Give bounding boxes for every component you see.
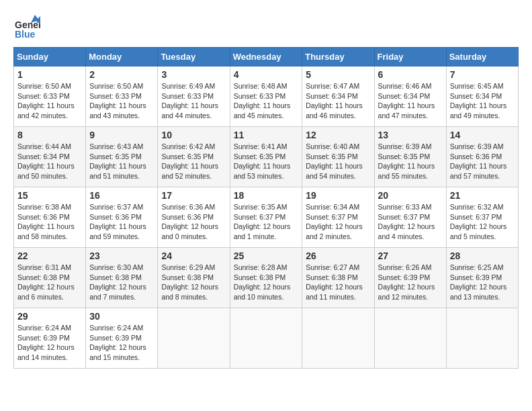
day-detail: Sunrise: 6:36 AMSunset: 6:36 PMDaylight:… [161, 203, 218, 240]
calendar-cell: 27 Sunrise: 6:26 AMSunset: 6:39 PMDaylig… [374, 248, 446, 308]
day-detail: Sunrise: 6:33 AMSunset: 6:37 PMDaylight:… [378, 203, 435, 240]
day-detail: Sunrise: 6:46 AMSunset: 6:34 PMDaylight:… [378, 82, 435, 120]
day-detail: Sunrise: 6:42 AMSunset: 6:35 PMDaylight:… [161, 142, 218, 180]
calendar-cell: 1 Sunrise: 6:50 AMSunset: 6:33 PMDayligh… [14, 66, 86, 127]
calendar-cell: 6 Sunrise: 6:46 AMSunset: 6:34 PMDayligh… [374, 66, 446, 127]
calendar-cell [230, 308, 302, 369]
calendar-cell: 12 Sunrise: 6:40 AMSunset: 6:35 PMDaylig… [302, 127, 374, 187]
day-number: 1 [17, 69, 82, 80]
calendar-cell [446, 308, 518, 369]
weekday-header: Thursday [302, 48, 374, 66]
day-number: 20 [378, 190, 443, 201]
calendar-cell: 5 Sunrise: 6:47 AMSunset: 6:34 PMDayligh… [302, 66, 374, 127]
day-number: 4 [234, 69, 299, 80]
day-number: 29 [17, 311, 82, 322]
calendar-header-row: SundayMondayTuesdayWednesdayThursdayFrid… [14, 48, 519, 66]
day-detail: Sunrise: 6:27 AMSunset: 6:38 PMDaylight:… [306, 263, 363, 301]
calendar-cell: 20 Sunrise: 6:33 AMSunset: 6:37 PMDaylig… [374, 187, 446, 248]
calendar-table: SundayMondayTuesdayWednesdayThursdayFrid… [13, 47, 519, 369]
day-number: 12 [306, 130, 370, 140]
weekday-header: Wednesday [230, 48, 302, 66]
day-detail: Sunrise: 6:40 AMSunset: 6:35 PMDaylight:… [306, 142, 363, 180]
calendar-cell: 8 Sunrise: 6:44 AMSunset: 6:34 PMDayligh… [14, 127, 86, 187]
day-detail: Sunrise: 6:44 AMSunset: 6:34 PMDaylight:… [17, 142, 75, 180]
day-number: 25 [234, 250, 299, 261]
day-detail: Sunrise: 6:24 AMSunset: 6:39 PMDaylight:… [17, 324, 75, 361]
calendar-cell: 14 Sunrise: 6:39 AMSunset: 6:36 PMDaylig… [446, 127, 518, 187]
day-detail: Sunrise: 6:43 AMSunset: 6:35 PMDaylight:… [89, 142, 146, 180]
day-number: 28 [450, 250, 515, 261]
calendar-cell: 18 Sunrise: 6:35 AMSunset: 6:37 PMDaylig… [230, 187, 302, 248]
day-number: 16 [89, 190, 154, 201]
calendar-cell: 2 Sunrise: 6:50 AMSunset: 6:33 PMDayligh… [86, 66, 158, 127]
day-detail: Sunrise: 6:38 AMSunset: 6:36 PMDaylight:… [17, 203, 75, 240]
calendar-cell: 29 Sunrise: 6:24 AMSunset: 6:39 PMDaylig… [14, 308, 86, 369]
day-number: 22 [17, 250, 82, 261]
day-number: 18 [234, 190, 299, 201]
day-detail: Sunrise: 6:49 AMSunset: 6:33 PMDaylight:… [161, 82, 218, 120]
day-detail: Sunrise: 6:31 AMSunset: 6:38 PMDaylight:… [17, 263, 75, 301]
day-number: 2 [89, 69, 154, 80]
day-detail: Sunrise: 6:28 AMSunset: 6:38 PMDaylight:… [234, 263, 291, 301]
page-header: General Blue [13, 13, 519, 40]
day-detail: Sunrise: 6:37 AMSunset: 6:36 PMDaylight:… [89, 203, 146, 240]
calendar-cell: 7 Sunrise: 6:45 AMSunset: 6:34 PMDayligh… [446, 66, 518, 127]
day-detail: Sunrise: 6:50 AMSunset: 6:33 PMDaylight:… [89, 82, 146, 120]
weekday-header: Tuesday [158, 48, 230, 66]
day-number: 30 [89, 311, 154, 322]
day-number: 23 [89, 250, 154, 261]
calendar-cell: 21 Sunrise: 6:32 AMSunset: 6:37 PMDaylig… [446, 187, 518, 248]
calendar-cell: 3 Sunrise: 6:49 AMSunset: 6:33 PMDayligh… [158, 66, 230, 127]
calendar-cell: 13 Sunrise: 6:39 AMSunset: 6:35 PMDaylig… [374, 127, 446, 187]
day-detail: Sunrise: 6:26 AMSunset: 6:39 PMDaylight:… [378, 263, 435, 301]
calendar-cell: 9 Sunrise: 6:43 AMSunset: 6:35 PMDayligh… [86, 127, 158, 187]
day-number: 11 [234, 130, 299, 140]
day-number: 17 [161, 190, 226, 201]
day-detail: Sunrise: 6:25 AMSunset: 6:39 PMDaylight:… [450, 263, 507, 301]
day-number: 8 [17, 130, 82, 140]
calendar-cell: 23 Sunrise: 6:30 AMSunset: 6:38 PMDaylig… [86, 248, 158, 308]
calendar-cell: 24 Sunrise: 6:29 AMSunset: 6:38 PMDaylig… [158, 248, 230, 308]
calendar-cell: 16 Sunrise: 6:37 AMSunset: 6:36 PMDaylig… [86, 187, 158, 248]
calendar-cell: 25 Sunrise: 6:28 AMSunset: 6:38 PMDaylig… [230, 248, 302, 308]
day-detail: Sunrise: 6:34 AMSunset: 6:37 PMDaylight:… [306, 203, 363, 240]
calendar-cell: 30 Sunrise: 6:24 AMSunset: 6:39 PMDaylig… [86, 308, 158, 369]
calendar-cell [374, 308, 446, 369]
day-number: 15 [17, 190, 82, 201]
svg-text:Blue: Blue [15, 29, 36, 40]
day-detail: Sunrise: 6:32 AMSunset: 6:37 PMDaylight:… [450, 203, 507, 240]
day-number: 21 [450, 190, 515, 201]
weekday-header: Friday [374, 48, 446, 66]
day-number: 6 [378, 69, 443, 80]
day-number: 5 [306, 69, 370, 80]
calendar-cell: 11 Sunrise: 6:41 AMSunset: 6:35 PMDaylig… [230, 127, 302, 187]
calendar-cell: 17 Sunrise: 6:36 AMSunset: 6:36 PMDaylig… [158, 187, 230, 248]
calendar-week-row: 1 Sunrise: 6:50 AMSunset: 6:33 PMDayligh… [14, 66, 519, 127]
logo-icon: General Blue [13, 13, 40, 40]
calendar-cell: 4 Sunrise: 6:48 AMSunset: 6:33 PMDayligh… [230, 66, 302, 127]
day-number: 9 [89, 130, 154, 140]
calendar-week-row: 8 Sunrise: 6:44 AMSunset: 6:34 PMDayligh… [14, 127, 519, 187]
weekday-header: Monday [86, 48, 158, 66]
day-number: 14 [450, 130, 515, 140]
day-detail: Sunrise: 6:41 AMSunset: 6:35 PMDaylight:… [234, 142, 291, 180]
day-number: 26 [306, 250, 370, 261]
calendar-cell: 19 Sunrise: 6:34 AMSunset: 6:37 PMDaylig… [302, 187, 374, 248]
day-number: 24 [161, 250, 226, 261]
calendar-cell: 10 Sunrise: 6:42 AMSunset: 6:35 PMDaylig… [158, 127, 230, 187]
day-detail: Sunrise: 6:47 AMSunset: 6:34 PMDaylight:… [306, 82, 363, 120]
day-number: 10 [161, 130, 226, 140]
calendar-cell: 26 Sunrise: 6:27 AMSunset: 6:38 PMDaylig… [302, 248, 374, 308]
day-number: 13 [378, 130, 443, 140]
day-detail: Sunrise: 6:35 AMSunset: 6:37 PMDaylight:… [234, 203, 291, 240]
day-number: 3 [161, 69, 226, 80]
day-detail: Sunrise: 6:39 AMSunset: 6:35 PMDaylight:… [378, 142, 435, 180]
calendar-cell: 28 Sunrise: 6:25 AMSunset: 6:39 PMDaylig… [446, 248, 518, 308]
day-number: 19 [306, 190, 370, 201]
calendar-cell [302, 308, 374, 369]
calendar-week-row: 29 Sunrise: 6:24 AMSunset: 6:39 PMDaylig… [14, 308, 519, 369]
day-detail: Sunrise: 6:50 AMSunset: 6:33 PMDaylight:… [17, 82, 75, 120]
calendar-cell: 15 Sunrise: 6:38 AMSunset: 6:36 PMDaylig… [14, 187, 86, 248]
day-number: 7 [450, 69, 515, 80]
weekday-header: Sunday [14, 48, 86, 66]
